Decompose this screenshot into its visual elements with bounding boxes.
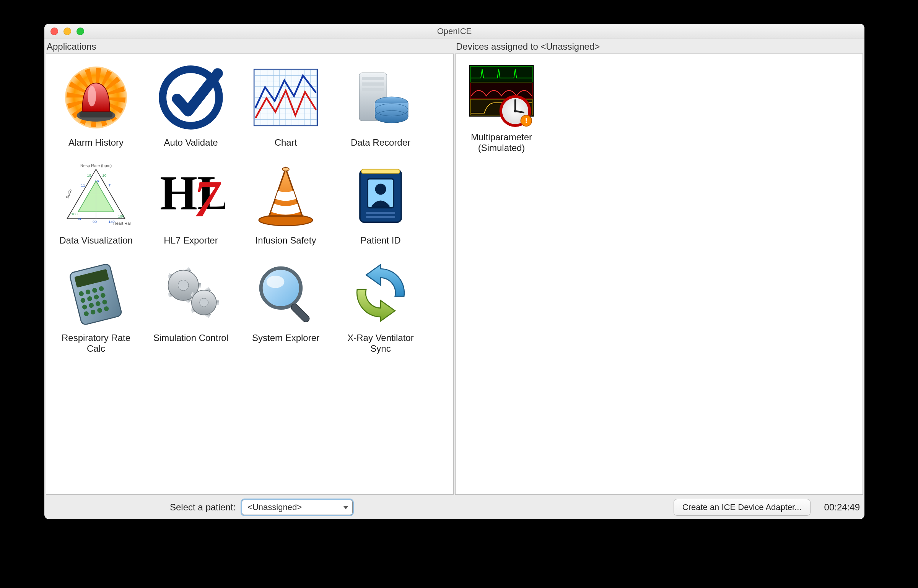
svg-rect-58	[366, 212, 395, 214]
app-system-explorer[interactable]: System Explorer	[240, 253, 332, 355]
svg-text:11: 11	[81, 183, 85, 187]
svg-text:100: 100	[71, 212, 78, 216]
svg-point-3	[88, 86, 96, 106]
svg-rect-106	[470, 67, 532, 82]
app-hl7-exporter[interactable]: HL 7 HL7 Exporter	[145, 156, 237, 247]
svg-point-112	[514, 110, 516, 112]
app-label: Alarm History	[68, 137, 124, 148]
svg-point-89	[178, 280, 189, 291]
window-title: OpenICE	[44, 26, 864, 36]
select-patient-dropdown[interactable]: <Unassigned>	[242, 500, 353, 515]
app-auto-validate[interactable]: Auto Validate	[145, 58, 237, 149]
app-label: Chart	[275, 137, 297, 148]
app-label: HL7 Exporter	[164, 235, 218, 246]
app-data-viz[interactable]: Resp Rate (bpm) SpO₂ Heart Rate (bpm) 19…	[50, 156, 142, 247]
app-window: OpenICE Applications Alarm History Auto …	[44, 24, 864, 519]
svg-text:Resp Rate (bpm): Resp Rate (bpm)	[80, 163, 112, 168]
alarm-icon	[58, 59, 134, 136]
app-data-recorder[interactable]: Data Recorder	[335, 58, 426, 149]
chart-icon	[247, 59, 324, 136]
create-device-adapter-button[interactable]: Create an ICE Device Adapter...	[674, 499, 811, 516]
triangle-icon: Resp Rate (bpm) SpO₂ Heart Rate (bpm) 19…	[58, 157, 134, 234]
gears-icon	[153, 255, 229, 331]
idcard-icon	[342, 157, 419, 234]
devices-grid-container: ! Multiparameter (Simulated)	[455, 54, 863, 495]
svg-text:!: !	[525, 116, 528, 125]
clock-display: 00:24:49	[824, 502, 860, 513]
app-label: Respiratory Rate Calc	[54, 333, 138, 354]
magnifier-icon	[247, 255, 324, 331]
svg-rect-104	[290, 302, 311, 323]
app-patient-id[interactable]: Patient ID	[335, 156, 426, 247]
hl7-icon: HL 7	[153, 157, 229, 234]
database-icon	[342, 59, 419, 136]
svg-point-101	[200, 298, 208, 307]
svg-text:16: 16	[94, 179, 99, 183]
device-label: Multiparameter (Simulated)	[461, 132, 542, 153]
sync-icon	[342, 255, 419, 331]
app-alarm-history[interactable]: Alarm History	[50, 58, 142, 149]
panels-row: Applications Alarm History Auto Validate…	[45, 40, 864, 495]
svg-text:190: 190	[118, 214, 125, 218]
app-label: Auto Validate	[164, 137, 218, 148]
app-sim-control[interactable]: Simulation Control	[145, 253, 237, 355]
svg-text:7: 7	[194, 170, 221, 227]
applications-grid-container: Alarm History Auto Validate Chart Data R…	[46, 54, 454, 495]
monitor-clock-icon: !	[463, 59, 540, 132]
device-multiparam-sim[interactable]: ! Multiparameter (Simulated)	[459, 58, 544, 154]
window-controls	[50, 28, 84, 35]
cone-icon	[247, 157, 324, 234]
svg-point-53	[282, 167, 289, 171]
svg-point-102	[261, 268, 301, 308]
svg-rect-31	[362, 88, 384, 91]
svg-rect-55	[361, 169, 400, 173]
svg-text:80: 80	[77, 216, 81, 221]
svg-rect-29	[362, 77, 384, 80]
applications-heading: Applications	[45, 40, 454, 53]
select-patient-value: <Unassigned>	[247, 502, 302, 512]
svg-text:19: 19	[87, 173, 91, 177]
svg-point-103	[267, 276, 285, 288]
svg-text:7: 7	[108, 183, 111, 187]
check-icon	[153, 59, 229, 136]
close-window-button[interactable]	[50, 28, 58, 35]
svg-rect-59	[366, 216, 395, 218]
titlebar: OpenICE	[44, 24, 864, 39]
svg-text:10: 10	[102, 173, 106, 177]
applications-panel: Applications Alarm History Auto Validate…	[45, 40, 454, 495]
app-label: Infusion Safety	[256, 235, 316, 246]
devices-panel: Devices assigned to <Unassigned> ! Multi…	[454, 40, 864, 495]
app-resp-rate-calc[interactable]: Respiratory Rate Calc	[50, 253, 142, 355]
maximize-window-button[interactable]	[76, 28, 84, 35]
svg-rect-30	[362, 82, 384, 86]
applications-grid: Alarm History Auto Validate Chart Data R…	[50, 58, 449, 355]
content-area: Applications Alarm History Auto Validate…	[44, 39, 864, 519]
app-label: Patient ID	[360, 235, 400, 246]
app-label: Data Visualization	[59, 235, 133, 246]
select-patient-label: Select a patient:	[170, 502, 236, 513]
svg-text:140: 140	[108, 219, 115, 224]
svg-text:Heart Rate (bpm): Heart Rate (bpm)	[113, 221, 130, 226]
footer-bar: Select a patient: <Unassigned> Create an…	[45, 495, 864, 519]
svg-text:SpO₂: SpO₂	[65, 188, 73, 199]
svg-text:90: 90	[93, 219, 97, 224]
svg-rect-2	[80, 111, 112, 117]
app-xray-vent-sync[interactable]: X-Ray Ventilator Sync	[335, 253, 426, 355]
devices-heading: Devices assigned to <Unassigned>	[454, 40, 864, 53]
chevron-down-icon	[343, 506, 348, 509]
calculator-icon	[58, 255, 134, 331]
app-label: X-Ray Ventilator Sync	[339, 333, 423, 354]
app-label: System Explorer	[252, 333, 319, 343]
devices-grid: ! Multiparameter (Simulated)	[459, 58, 859, 154]
app-chart[interactable]: Chart	[240, 58, 332, 149]
svg-point-57	[375, 184, 386, 195]
app-label: Simulation Control	[153, 333, 228, 343]
app-infusion-safety[interactable]: Infusion Safety	[240, 156, 332, 247]
app-label: Data Recorder	[351, 137, 410, 148]
minimize-window-button[interactable]	[63, 28, 71, 35]
